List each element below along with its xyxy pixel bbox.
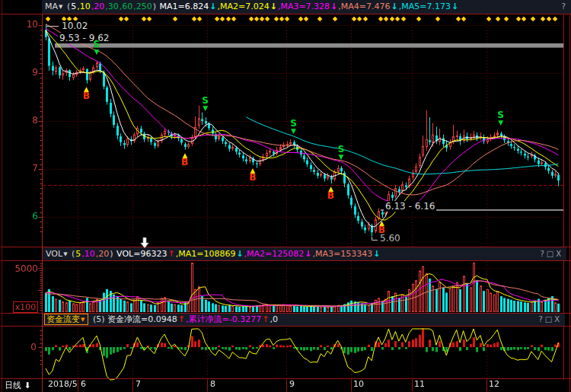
signal-marker-B: ▲B [180,152,190,167]
volume-unit-badge: x100 [13,301,38,313]
vol-params: (5,10,20) [72,249,114,259]
event-diamond-icon[interactable]: ◆ [486,15,491,22]
event-diamond-icon[interactable]: ◆ [357,15,362,22]
event-diamond-icon[interactable]: ◆ [553,15,557,22]
fundflow-dropdown[interactable]: 资金流变▼ [44,314,88,325]
event-diamond-icon[interactable]: ◆ [541,15,545,22]
fundflow-indicator-header: 资金流变▼ (5) 资金净流=0.0948↑,累计净流=-0.3277↑,0 ?… [43,314,565,326]
event-diamond-icon[interactable]: ◆ [504,15,509,22]
signal-marker-B: ▲B [247,167,258,182]
event-diamond-icon[interactable]: ◆ [496,15,500,22]
vol-indicator-label: VOL [46,249,62,259]
price-tick-label: 9 [11,67,38,78]
event-diamond-icon[interactable]: ◆ [226,15,231,22]
close-icon[interactable]: X [556,250,563,258]
event-diamond-icon[interactable]: ◆ [197,15,202,22]
trend-arrow-icon: ↑ [167,247,174,260]
time-axis-bar: 日线 ⬇ 2018/56789101112 [0,379,571,392]
ma-value: MA1=6.824 [160,0,209,14]
event-diamond-icon[interactable]: ◆ [147,15,152,22]
event-diamond-icon[interactable]: ◆ [395,15,400,22]
event-diamond-icon[interactable]: ◆ [401,15,406,22]
month-label: 10 [353,379,364,389]
ma-param: ) [153,0,156,14]
trend-arrow-icon: ↓ [451,0,458,14]
event-diamond-icon[interactable]: ◆ [352,15,356,22]
price-tick-label: 10 [11,19,38,30]
event-diamond-icon[interactable]: ◆ [254,15,259,22]
event-diamond-icon[interactable]: ◆ [384,15,388,22]
event-diamond-icon[interactable]: ◆ [333,15,337,22]
volume-indicator-header: VOL▼ (5,10,20) VOL=96323↑,MA1=108869↓,MA… [43,247,566,260]
event-diamond-icon[interactable]: ◆ [173,15,177,22]
event-diamond-icon[interactable]: ◆ [265,15,270,22]
event-diamond-icon[interactable]: ◆ [231,15,236,22]
mouse-cursor-icon [139,237,150,252]
ma-value: ,MA4=7.476 [338,0,390,14]
close-icon[interactable]: X [554,315,562,323]
event-diamond-icon[interactable]: ◆ [124,15,129,22]
ma-param: 5 [71,0,76,14]
main-indicator-header: MA▼ (5,10,20,30,60,250) MA1=6.824↓,MA2=7… [42,0,571,14]
chevron-down-icon: ▼ [63,251,67,257]
event-diamond-icon[interactable]: ◆ [298,15,303,22]
event-diamond-icon[interactable]: ◆ [516,15,521,22]
buy-signal-letter: B [326,192,337,200]
event-diamond-icon[interactable]: ◆ [461,15,466,22]
help-icon[interactable]: ? [561,2,568,11]
help-icon[interactable]: ? [538,315,544,323]
period-selector[interactable]: 日线 ⬇ [5,380,31,391]
buy-signal-letter: B [180,158,190,167]
month-label: 12 [489,379,499,389]
chevron-down-icon: ▼ [81,317,85,323]
price-tick-label: 7 [11,163,38,174]
signal-marker-S: S▼ [91,40,102,55]
event-diamond-icon[interactable]: ◆ [46,15,50,22]
event-diamond-icon[interactable]: ◆ [274,15,279,22]
fundflow-value: 资金净流=0.0948 [107,314,177,326]
month-label: 8 [210,379,215,389]
event-diamond-icon[interactable]: ◆ [142,15,146,22]
event-diamond-icon[interactable]: ◆ [215,15,219,22]
event-diamond-icon[interactable]: ◆ [363,15,368,22]
event-diamond-icon[interactable]: ◆ [531,15,535,22]
buy-signal-letter: B [247,174,258,182]
event-diamond-icon[interactable]: ◆ [119,15,123,22]
vol-param: ,20 [96,247,110,260]
month-label: 7 [136,379,141,389]
trend-arrow-icon: ↓ [270,0,277,14]
event-diamond-icon[interactable]: ◆ [192,15,196,22]
event-diamond-icon[interactable]: ◆ [547,15,551,22]
vol-param: 5 [75,247,81,260]
maximize-icon[interactable]: □ [547,250,556,258]
ma-params: (5,10,20,30,60,250) [67,2,157,11]
ma-indicator-dropdown[interactable]: MA▼ [45,2,67,11]
event-diamond-icon[interactable]: ◆ [522,15,526,22]
arrow-down-icon: ▼ [200,105,211,111]
help-icon[interactable]: ? [540,250,546,258]
arrow-down-icon: ▼ [289,128,299,134]
fundflow-value: ,累计净流=-0.3277 [186,314,261,326]
event-diamond-icon[interactable]: ◆ [317,15,322,22]
event-diamond-icon[interactable]: ◆ [390,15,394,22]
ma-value: ,MA2=7.024 [217,0,269,14]
vol-panel-buttons: ?□X [540,247,563,260]
event-diamond-icon[interactable]: ◆ [285,15,289,22]
event-diamond-icon[interactable]: ◆ [435,15,440,22]
trend-arrow-icon: ↓ [373,247,380,260]
ma-value: ,MA3=7.328 [278,0,330,14]
vol-indicator-dropdown[interactable]: VOL▼ [46,249,72,259]
event-diamond-icon[interactable]: ◆ [456,15,461,22]
event-diamond-icon[interactable]: ◆ [416,15,421,22]
event-diamond-icon[interactable]: ◆ [279,15,284,22]
chart-canvas[interactable] [0,0,571,392]
event-diamond-icon[interactable]: ◆ [378,15,383,22]
event-diamond-icon[interactable]: ◆ [304,15,308,22]
fundflow-values: 资金净流=0.0948↑,累计净流=-0.3277↑,0 [107,314,279,324]
maximize-icon[interactable]: □ [545,315,554,323]
event-diamond-icon[interactable]: ◆ [249,15,254,22]
event-diamond-icon[interactable]: ◆ [220,15,225,22]
ma-values: MA1=6.824↓,MA2=7.024↓,MA3=7.328↓,MA4=7.4… [160,2,460,11]
ma-value: ,MA5=7.173 [399,0,451,14]
event-diamond-icon[interactable]: ◆ [260,15,264,22]
